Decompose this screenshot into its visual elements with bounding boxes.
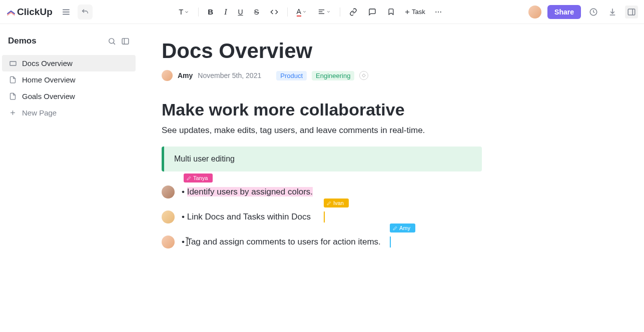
section-heading[interactable]: Make work more collaborative [162, 100, 644, 120]
svg-point-9 [438, 12, 439, 12]
toolbar-separator [340, 8, 340, 16]
clickup-logo-text: ClickUp [17, 6, 53, 18]
text-color-dropdown[interactable]: A [295, 6, 309, 18]
svg-point-10 [440, 12, 441, 12]
doc-meta-row: Amy November 5th, 2021 Product Engineeri… [162, 70, 644, 81]
svg-rect-13 [628, 9, 635, 15]
chevron-down-icon [184, 10, 189, 14]
author-avatar[interactable] [162, 70, 173, 81]
pencil-icon [327, 201, 331, 206]
undo-button[interactable] [78, 4, 93, 20]
download-icon[interactable] [606, 6, 619, 18]
bold-button[interactable]: B [206, 6, 215, 18]
text-style-label: T [179, 8, 183, 16]
bullet-text: • Identify users by assigned colors. [182, 187, 313, 197]
sidebar-collapse-icon[interactable] [121, 37, 130, 46]
tag-product[interactable]: Product [276, 71, 307, 80]
presence-cursor-label: Tanya [193, 175, 208, 181]
callout-text: Multi user editing [174, 154, 235, 163]
more-button[interactable] [432, 6, 444, 18]
pencil-icon [393, 226, 397, 230]
svg-line-16 [114, 42, 115, 44]
clickup-logo-icon [6, 7, 16, 17]
pencil-icon [187, 176, 191, 180]
sidebar-header: Demos [0, 33, 138, 55]
plus-icon [9, 109, 17, 116]
search-icon[interactable] [108, 37, 116, 46]
sidebar-item-label: Home Overview [22, 76, 76, 84]
tag-engineering[interactable]: Engineering [312, 71, 354, 80]
clickup-logo[interactable]: ClickUp [6, 6, 53, 18]
new-task-label: Task [412, 8, 425, 16]
link-button[interactable] [347, 6, 359, 18]
top-right-controls: Share [528, 5, 638, 19]
sidebar-item-home-overview[interactable]: Home Overview [2, 72, 136, 88]
user-avatar[interactable] [528, 6, 541, 18]
strikethrough-button[interactable]: S [252, 6, 261, 18]
user-avatar-tanya [162, 186, 175, 198]
sidebar-new-page-label: New Page [22, 108, 57, 117]
bookmark-button[interactable] [385, 6, 397, 18]
sidebar-new-page[interactable]: New Page [2, 104, 136, 121]
section-paragraph[interactable]: See updates, make edits, tag users, and … [162, 126, 644, 136]
sidebar-item-docs-overview[interactable]: Docs Overview [2, 55, 136, 72]
svg-point-15 [109, 38, 114, 43]
chevron-down-icon [326, 10, 331, 14]
presence-caret-ivan [324, 212, 325, 222]
new-task-button[interactable]: Task [404, 8, 425, 16]
sidebar-item-goals-overview[interactable]: Goals Overview [2, 88, 136, 104]
top-bar: ClickUp T B I U S A [0, 0, 644, 24]
panel-toggle-icon[interactable] [625, 6, 638, 18]
sidebar-title: Demos [8, 36, 37, 46]
plus-icon [404, 8, 411, 16]
presence-caret-amy [390, 236, 391, 248]
svg-rect-19 [10, 62, 16, 66]
doc-icon [9, 76, 17, 84]
sidebar-item-label: Docs Overview [22, 59, 73, 68]
toolbar-separator [287, 8, 288, 16]
author-name: Amy [178, 72, 193, 80]
presence-cursor-label: Amy [399, 225, 410, 231]
bullet-row[interactable]: Amy • Tag and assign comments to users f… [162, 236, 644, 248]
add-tag-button[interactable] [359, 71, 368, 80]
chevron-down-icon [302, 10, 307, 14]
text-caret-icon [185, 236, 190, 246]
svg-point-8 [435, 12, 436, 12]
doc-landscape-icon [9, 60, 17, 68]
sidebar: Demos Docs Overview Home Overview [0, 24, 138, 332]
tag-icon [361, 73, 366, 78]
sidebar-item-label: Goals Overview [22, 92, 75, 100]
formatting-toolbar: T B I U S A Task [93, 6, 528, 18]
doc-main: Docs Overview Amy November 5th, 2021 Pro… [138, 24, 644, 332]
user-avatar-amy [162, 236, 175, 248]
bullet-row[interactable]: Ivan • Link Docs and Tasks within Docs [162, 210, 644, 224]
comment-button[interactable] [366, 6, 378, 18]
share-button[interactable]: Share [547, 5, 581, 19]
code-button[interactable] [268, 6, 280, 18]
align-dropdown[interactable] [316, 6, 333, 18]
underline-button[interactable]: U [236, 6, 245, 18]
svg-rect-17 [122, 38, 129, 44]
user-avatar-ivan [162, 210, 175, 224]
doc-title[interactable]: Docs Overview [162, 39, 644, 63]
text-style-dropdown[interactable]: T [177, 6, 191, 18]
presence-cursor-tanya: Tanya [184, 174, 213, 182]
doc-icon [9, 92, 17, 100]
toolbar-separator [198, 8, 199, 16]
presence-cursor-label: Ivan [333, 200, 344, 206]
menu-icon[interactable] [62, 8, 71, 16]
bullet-text: • Tag and assign comments to users for a… [182, 237, 381, 247]
history-icon[interactable] [587, 6, 600, 18]
presence-cursor-ivan: Ivan [324, 198, 349, 208]
presence-cursor-amy: Amy [390, 224, 415, 232]
doc-date: November 5th, 2021 [198, 72, 261, 80]
italic-button[interactable]: I [222, 6, 229, 18]
callout-block[interactable]: Multi user editing [162, 146, 482, 172]
bullet-text: • Link Docs and Tasks within Docs [182, 212, 311, 222]
bullet-row[interactable]: Tanya • Identify users by assigned color… [162, 186, 644, 198]
